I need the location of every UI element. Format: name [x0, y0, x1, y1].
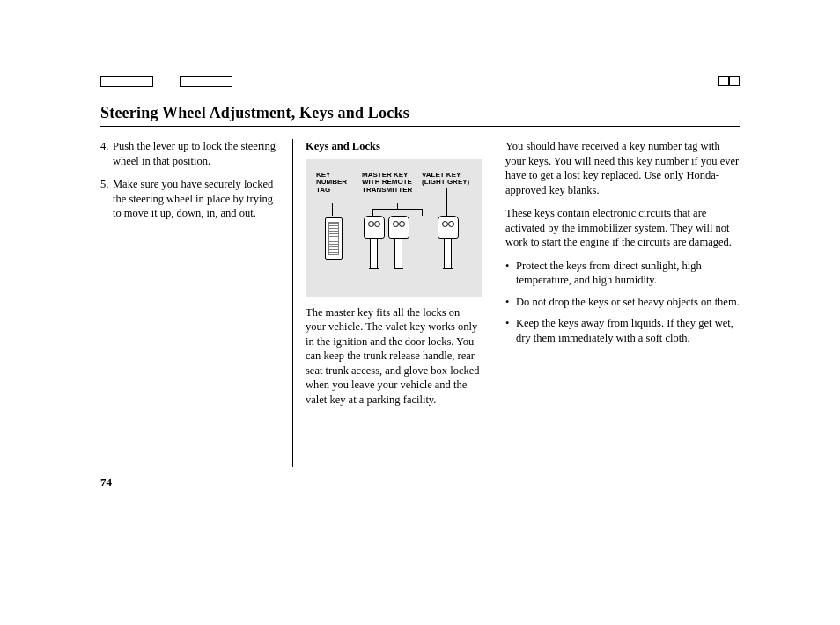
step-number: 5.	[100, 177, 113, 221]
title-rule	[100, 126, 740, 127]
page-title: Steering Wheel Adjustment, Keys and Lock…	[100, 104, 740, 126]
page-content: Steering Wheel Adjustment, Keys and Lock…	[100, 74, 740, 415]
keys-figure: KEY NUMBER TAG MASTER KEY WITH REMOTE TR…	[306, 159, 482, 297]
paragraph: You should have received a key number ta…	[505, 139, 740, 197]
crop-box	[718, 76, 729, 86]
step-number: 4.	[100, 139, 113, 168]
crop-box	[100, 76, 153, 87]
valet-key-icon	[438, 216, 457, 269]
crop-box	[729, 76, 740, 86]
bullet-item: Do not drop the keys or set heavy object…	[505, 295, 740, 310]
step-text: Push the lever up to lock the steering w…	[113, 139, 280, 168]
paragraph: The master key fits all the locks on you…	[306, 305, 481, 408]
column-3: You should have received a key number ta…	[493, 139, 740, 415]
master-key-icon	[388, 216, 408, 269]
column-divider	[292, 143, 293, 467]
page-number: 74	[100, 475, 112, 489]
column-1: 4. Push the lever up to lock the steerin…	[100, 139, 292, 415]
bullet-item: Protect the keys from direct sunlight, h…	[505, 259, 740, 288]
crop-box	[180, 76, 232, 87]
crop-marks	[100, 74, 740, 90]
key-number-tag-icon	[325, 217, 343, 260]
step-text: Make sure you have securely locked the s…	[113, 177, 280, 221]
section-heading: Keys and Locks	[306, 139, 481, 154]
columns: 4. Push the lever up to lock the steerin…	[100, 139, 740, 415]
bullet-list: Protect the keys from direct sunlight, h…	[505, 259, 740, 346]
step-item: 4. Push the lever up to lock the steerin…	[100, 139, 280, 168]
bullet-item: Keep the keys away from liquids. If they…	[505, 316, 740, 345]
step-item: 5. Make sure you have securely locked th…	[100, 177, 280, 221]
master-key-icon	[364, 216, 383, 269]
paragraph: These keys contain electronic circuits t…	[505, 206, 740, 250]
column-2: Keys and Locks KEY NUMBER TAG MASTER KEY…	[292, 139, 493, 415]
